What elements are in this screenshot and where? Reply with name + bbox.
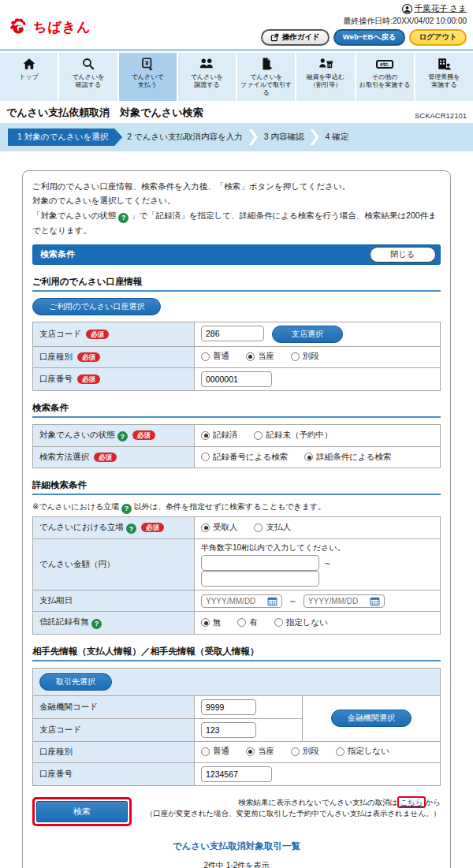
amount-to-input[interactable] [201,571,319,587]
table-row: 検索方法選択必須 記録番号による検索 詳細条件による検索 [33,447,441,468]
radio-icon [274,618,283,627]
table-row: 口座番号必須 [33,367,441,390]
radio-account-type-betsudan[interactable]: 別段 [291,351,319,362]
radio-icon [201,523,210,532]
radio-position-payer[interactable]: 支払人 [254,522,291,533]
radio-status-recorded[interactable]: 記録済 [201,430,238,441]
condition-section: 検索条件 対象でんさいの状態 ?必須 記録済 記録未（予約中） 検索方法選択必須… [32,402,441,469]
table-row: 対象でんさいの状態 ?必須 記録済 記録未（予約中） [33,424,441,447]
page-title: でんさい支払依頼取消 対象でんさい検索 [6,106,203,120]
radio-partner-type-toza[interactable]: 当座 [246,746,274,757]
logout-label: ログアウト [419,32,457,41]
due-date-from-input[interactable] [206,597,263,605]
required-badge: 必須 [132,430,155,440]
nav-tab-admin[interactable]: 管理業務を実施する [415,53,473,101]
nav-label: 融資を申込む [307,73,345,80]
partner-select-button[interactable]: 取引先選択 [39,673,112,691]
nav-tab-file[interactable]: でんさいをファイルで取引する [237,53,295,101]
radio-account-type-toza[interactable]: 当座 [246,351,274,362]
nav-tab-transfer[interactable]: でんさいを譲渡する [178,53,236,101]
radio-trust-yes[interactable]: 有 [237,617,258,628]
amount-label: でんさい金額（円） [39,559,114,568]
calendar-icon[interactable] [267,596,277,606]
trust-record-label: 信託記録有無 [39,617,89,626]
radio-partner-type-futsu[interactable]: 普通 [201,746,229,757]
radio-status-unrecorded[interactable]: 記録未（予約中） [254,430,332,441]
branch-code-input[interactable] [201,326,264,341]
nav-label: でんさいを [191,73,223,80]
account-number-label: 口座番号 [39,374,73,383]
partner-section-heading: 相手先情報（支払人情報）／相手先情報（受取人情報） [32,646,441,661]
file-icon [259,57,274,71]
help-icon[interactable]: ? [126,523,136,534]
radio-partner-type-unspecified[interactable]: 指定しない [336,746,389,757]
search-button[interactable]: 検索 [36,801,128,822]
table-row: 口座種別 普通 当座 別段 指定しない [33,741,441,762]
help-icon[interactable]: ? [91,619,102,629]
account-number-input[interactable] [201,371,272,387]
required-badge: 必須 [77,374,100,384]
table-row: 支店コード必須 支店選択 [33,322,441,346]
bank-select-button[interactable]: 金融機関選択 [331,710,412,727]
nav-tab-top[interactable]: トップ [0,53,58,101]
svg-text:¥: ¥ [145,60,149,67]
nav-label: 支払う [138,81,157,88]
nav-tab-other[interactable]: etc. その他のお取引を実施する [356,53,414,101]
detail-condition-section: 詳細検索条件 ※でんさいにおける立場 ? 以外は、条件を指定せずに検索することも… [32,479,441,635]
radio-position-payee[interactable]: 受取人 [201,522,238,533]
table-row: 口座番号 [33,762,441,785]
radio-trust-none[interactable]: 無 [201,617,222,628]
top-header: ちばきん 千葉花子 さま 最終操作日時:20XX/04/02 10:00:00 [0,0,473,47]
nav-tab-confirm[interactable]: でんさいを確認する [59,53,117,101]
table-row: 取引先選択 [33,668,441,695]
partner-account-number-label: 口座番号 [39,769,73,778]
logout-button[interactable]: ログアウト [409,29,467,46]
bank-name: ちばきん [33,18,91,36]
radio-method-record-number[interactable]: 記録番号による検索 [201,452,288,463]
bank-code-input[interactable] [201,699,256,715]
radio-icon [201,431,210,440]
radio-icon [254,431,263,440]
user-icon [402,4,412,14]
account-select-button[interactable]: ご利用のでんさい口座選択 [32,298,161,315]
branch-select-button[interactable]: 支店選択 [272,326,343,343]
main-content: ご利用のでんさい口座情報、検索条件を入力後、「検索」ボタンを押してください。 対… [22,170,451,868]
webeb-back-label: Web−EBへ戻る [343,32,397,41]
nav-tab-loan[interactable]: 融資を申込む（割引等） [296,53,354,101]
due-date-to-input[interactable] [308,597,365,605]
close-panel-button[interactable]: 閉じる [370,247,436,263]
help-icon[interactable]: ? [118,213,128,223]
webeb-back-button[interactable]: Web−EBへ戻る [333,29,406,46]
main-navigation: トップ でんさいを確認する ¥ でんさいで支払う でんさいを譲渡する でんさいを… [0,51,473,101]
search-conditions-bar: 検索条件 閉じる [32,244,441,265]
nav-label: でんさいを [72,73,104,80]
table-row: 口座種別必須 普通 当座 別段 [33,346,441,367]
detail-section-note: ※でんさいにおける立場 ? 以外は、条件を指定せずに検索することもできます。 [32,501,441,514]
kochira-link[interactable]: こちら [400,798,423,807]
condition-section-heading: 検索条件 [32,402,441,418]
loan-icon [318,57,333,71]
guide-button-label: 操作ガイド [282,32,320,43]
calendar-icon[interactable] [370,596,380,606]
radio-partner-type-betsudan[interactable]: 別段 [291,746,319,757]
results-count: 2件中 1-2件を表示 [32,860,441,868]
external-link-icon [270,33,279,42]
amount-from-input[interactable] [201,555,319,571]
radio-method-detail[interactable]: 詳細条件による検索 [304,452,391,463]
guide-button[interactable]: 操作ガイド [261,29,330,46]
nav-tab-pay[interactable]: ¥ でんさいで支払う [119,53,177,101]
due-date-to-field [304,594,385,608]
step-1-active: 1 対象のでんさいを選択 [8,129,122,146]
step-chevron-icon [311,129,319,145]
partner-branch-code-input[interactable] [201,722,256,738]
help-icon[interactable]: ? [121,504,132,514]
title-row: でんさい支払依頼取消 対象でんさい検索 SCKACR12101 [0,101,473,123]
table-row: 金融機関コード 金融機関選択 [33,695,441,718]
bank-code-label: 金融機関コード [39,702,98,711]
partner-account-number-input[interactable] [201,766,272,782]
radio-account-type-futsu[interactable]: 普通 [201,351,229,362]
nav-label: でんさいで [132,73,164,80]
help-icon[interactable]: ? [117,431,128,441]
results-title: でんさい支払取消対象取引一覧 [32,840,441,852]
radio-trust-unspecified[interactable]: 指定しない [274,617,328,628]
